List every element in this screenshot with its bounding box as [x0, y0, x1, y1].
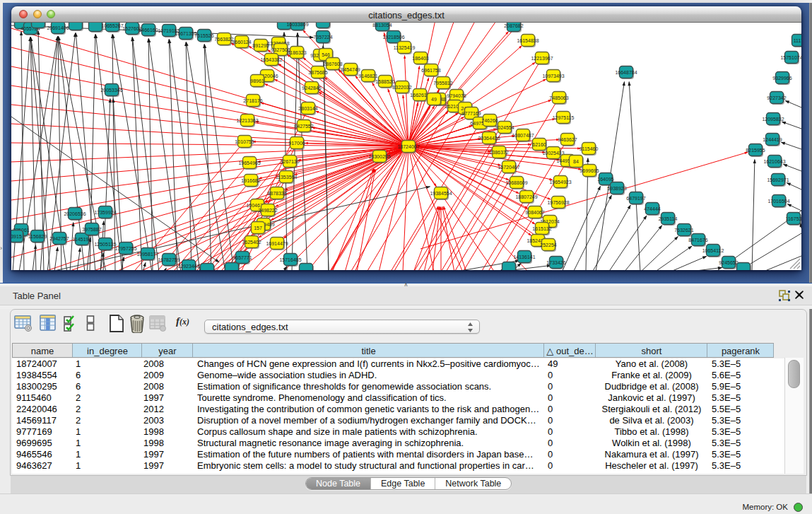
- svg-text:1010755: 1010755: [235, 139, 254, 144]
- svg-text:2867608: 2867608: [323, 62, 342, 66]
- svg-text:18807249: 18807249: [515, 194, 537, 199]
- svg-text:9146821: 9146821: [358, 74, 377, 78]
- svg-text:17359924: 17359924: [94, 210, 116, 215]
- svg-text:8427552: 8427552: [294, 124, 313, 129]
- svg-text:2935114: 2935114: [659, 216, 678, 221]
- svg-text:8454749: 8454749: [341, 67, 360, 72]
- svg-text:3498222: 3498222: [258, 208, 277, 213]
- svg-text:1733426: 1733426: [546, 260, 565, 265]
- svg-text:84: 84: [573, 159, 579, 164]
- svg-text:9794078: 9794078: [447, 93, 466, 98]
- svg-text:2942757: 2942757: [49, 236, 69, 241]
- svg-text:10655267: 10655267: [101, 23, 123, 28]
- svg-text:17957255: 17957255: [114, 246, 136, 251]
- svg-text:20691406: 20691406: [47, 25, 69, 30]
- svg-text:474444: 474444: [644, 206, 660, 211]
- svg-text:891295: 891295: [252, 43, 269, 48]
- svg-text:8878334: 8878334: [267, 191, 286, 196]
- svg-text:11325419: 11325419: [394, 45, 416, 50]
- svg-text:49: 49: [431, 97, 437, 102]
- svg-text:19218506: 19218506: [382, 35, 404, 40]
- svg-text:19384554: 19384554: [430, 191, 452, 196]
- svg-text:16033809: 16033809: [286, 23, 308, 27]
- svg-text:15692971: 15692971: [767, 177, 789, 182]
- svg-text:1916682: 1916682: [241, 178, 260, 183]
- svg-text:3024554: 3024554: [495, 125, 514, 130]
- svg-text:7357224: 7357224: [313, 35, 332, 40]
- svg-text:7625402: 7625402: [242, 240, 261, 245]
- svg-text:6961758: 6961758: [421, 68, 440, 73]
- svg-text:9242846: 9242846: [302, 86, 321, 90]
- svg-text:7955812: 7955812: [433, 81, 452, 86]
- svg-text:3915: 3915: [11, 234, 22, 239]
- svg-text:98961: 98961: [250, 78, 264, 83]
- svg-text:16648784: 16648784: [615, 70, 637, 75]
- svg-text:10973493: 10973493: [542, 74, 564, 78]
- svg-text:62160: 62160: [532, 142, 546, 147]
- svg-text:15716485: 15716485: [279, 257, 301, 262]
- svg-text:16914479: 16914479: [266, 241, 288, 246]
- svg-text:17016504: 17016504: [767, 199, 789, 204]
- svg-text:8322032: 8322032: [392, 85, 411, 90]
- svg-text:9699695: 9699695: [579, 168, 599, 173]
- svg-text:7632621: 7632621: [674, 228, 693, 233]
- svg-text:15720407: 15720407: [498, 165, 519, 170]
- svg-text:917006: 917006: [288, 141, 305, 146]
- svg-text:8215955: 8215955: [746, 148, 765, 153]
- svg-text:7386372: 7386372: [489, 150, 508, 155]
- svg-text:3267130: 3267130: [280, 159, 299, 164]
- svg-text:1117: 1117: [794, 38, 801, 43]
- svg-text:746266: 746266: [481, 118, 498, 123]
- svg-text:20053346: 20053346: [100, 88, 122, 93]
- svg-text:1588520: 1588520: [375, 79, 394, 84]
- svg-text:16210643: 16210643: [763, 159, 785, 164]
- svg-text:7515526: 7515526: [194, 33, 213, 38]
- svg-text:6466160: 6466160: [139, 28, 158, 33]
- svg-text:8660124: 8660124: [232, 40, 251, 45]
- svg-text:19756928: 19756928: [547, 200, 569, 205]
- svg-text:12505135: 12505135: [94, 242, 116, 247]
- svg-text:12213967: 12213967: [531, 56, 553, 61]
- svg-text:16154838: 16154838: [517, 38, 539, 43]
- svg-text:9084067: 9084067: [525, 210, 544, 215]
- svg-text:16543382: 16543382: [260, 57, 282, 62]
- svg-text:8471676: 8471676: [688, 238, 707, 243]
- svg-text:1145194: 1145194: [73, 237, 92, 242]
- svg-text:7663822: 7663822: [214, 37, 233, 42]
- svg-text:7485063: 7485063: [549, 95, 568, 100]
- svg-text:19654965: 19654965: [238, 160, 260, 165]
- svg-text:186403: 186403: [412, 56, 428, 61]
- svg-text:12213363: 12213363: [236, 118, 258, 123]
- svg-text:20206536: 20206536: [64, 211, 86, 216]
- svg-text:164095: 164095: [597, 177, 613, 182]
- svg-text:12095832: 12095832: [762, 117, 784, 122]
- svg-text:14136141: 14136141: [513, 255, 535, 259]
- svg-text:1156829: 1156829: [28, 234, 47, 239]
- svg-text:3875685: 3875685: [308, 70, 327, 75]
- svg-text:1615132: 1615132: [532, 226, 551, 231]
- svg-text:10807487: 10807487: [512, 133, 534, 138]
- svg-text:12923448: 12923448: [177, 264, 199, 269]
- svg-text:10025433: 10025433: [542, 151, 564, 156]
- svg-text:18724007: 18724007: [397, 144, 419, 149]
- svg-text:116753: 116753: [786, 216, 801, 221]
- svg-text:20364436: 20364436: [478, 136, 500, 141]
- svg-text:157: 157: [254, 226, 262, 230]
- svg-text:1244419: 1244419: [763, 137, 782, 142]
- svg-text:11353594: 11353594: [276, 175, 298, 180]
- svg-text:252254: 252254: [540, 243, 556, 247]
- svg-text:10958177: 10958177: [136, 252, 158, 257]
- svg-text:9227342: 9227342: [767, 95, 786, 100]
- svg-text:6479197: 6479197: [626, 196, 645, 201]
- svg-text:10688609: 10688609: [505, 180, 527, 185]
- svg-text:16782759: 16782759: [158, 257, 180, 262]
- svg-text:10654112: 10654112: [702, 248, 724, 253]
- svg-text:2718176: 2718176: [243, 98, 262, 103]
- svg-text:5938923: 5938923: [607, 186, 626, 191]
- svg-text:18300295: 18300295: [368, 154, 390, 159]
- svg-text:8813054: 8813054: [372, 23, 392, 28]
- svg-text:12975115: 12975115: [553, 115, 575, 120]
- svg-text:15751074: 15751074: [780, 55, 801, 60]
- svg-text:3975887: 3975887: [82, 227, 101, 232]
- svg-text:16671355: 16671355: [175, 31, 196, 36]
